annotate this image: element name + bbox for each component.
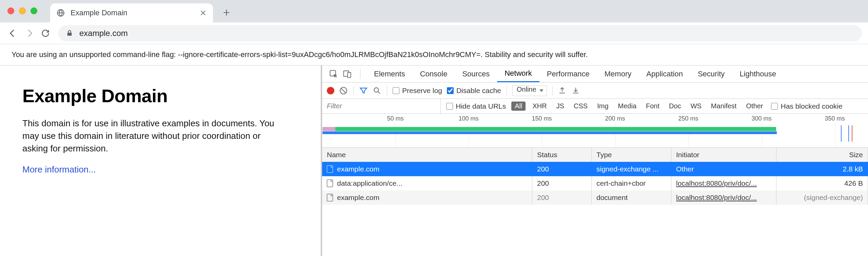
request-initiator: Other [671, 162, 776, 176]
request-status: 200 [532, 176, 592, 190]
request-initiator[interactable]: localhost:8080/priv/doc/... [671, 190, 776, 205]
reload-button[interactable] [39, 26, 52, 40]
filter-type-doc[interactable]: Doc [666, 102, 684, 111]
col-status[interactable]: Status [532, 148, 592, 162]
devtools-tab-elements[interactable]: Elements [367, 66, 413, 82]
network-row[interactable]: example.com200signed-exchange ...Other2.… [322, 162, 868, 176]
address-url: example.com [79, 29, 128, 38]
file-icon [327, 180, 333, 187]
timeline-tick: 50 ms [387, 115, 403, 122]
network-filterbar: Hide data URLs AllXHRJSCSSImgMediaFontDo… [322, 99, 868, 114]
col-initiator[interactable]: Initiator [671, 148, 776, 162]
devtools-tab-performance[interactable]: Performance [539, 66, 597, 82]
window-close[interactable] [7, 7, 14, 14]
timeline-tick: 150 ms [532, 115, 552, 122]
devtools-tabbar: ElementsConsoleSourcesNetworkPerformance… [322, 66, 868, 83]
close-icon[interactable] [199, 9, 207, 17]
file-icon [327, 194, 333, 201]
request-status: 200 [532, 162, 592, 176]
throttle-select[interactable]: Online [512, 85, 547, 96]
request-type: cert-chain+cbor [592, 176, 671, 190]
browser-tab[interactable]: Example Domain [50, 3, 213, 22]
tab-title: Example Domain [71, 8, 199, 17]
inspect-icon[interactable] [329, 69, 338, 79]
request-size: 2.8 kB [776, 162, 868, 176]
page-paragraph: This domain is for use in illustrative e… [22, 117, 280, 155]
filter-type-js[interactable]: JS [554, 102, 567, 111]
devtools-panel: ElementsConsoleSourcesNetworkPerformance… [322, 66, 868, 256]
window-minimize[interactable] [19, 7, 26, 14]
record-button[interactable] [327, 87, 334, 94]
page-heading: Example Domain [22, 85, 298, 106]
filter-type-img[interactable]: Img [594, 102, 611, 111]
device-toggle-icon[interactable] [342, 69, 352, 79]
upload-har-icon[interactable] [558, 86, 567, 95]
clear-button[interactable] [339, 86, 348, 95]
timeline-tick: 300 ms [751, 115, 771, 122]
devtools-tab-sources[interactable]: Sources [455, 66, 497, 82]
address-bar[interactable]: example.com [58, 25, 862, 41]
search-icon[interactable] [373, 86, 381, 95]
lock-icon [66, 30, 73, 37]
col-name[interactable]: Name [322, 148, 532, 162]
request-initiator[interactable]: localhost:8080/priv/doc/... [671, 176, 776, 190]
file-icon [327, 165, 333, 173]
svg-point-6 [374, 88, 378, 92]
network-row[interactable]: example.com200documentlocalhost:8080/pri… [322, 190, 868, 205]
disable-cache-checkbox[interactable]: Disable cache [447, 87, 501, 95]
filter-type-xhr[interactable]: XHR [530, 102, 549, 111]
timeline-tick: 350 ms [825, 115, 845, 122]
has-blocked-cookies-checkbox[interactable]: Has blocked cookie [771, 102, 842, 110]
devtools-tab-lighthouse[interactable]: Lighthouse [732, 66, 784, 82]
request-name: data:application/ce... [337, 179, 402, 187]
page-content: Example Domain This domain is for use in… [0, 66, 322, 256]
devtools-tab-security[interactable]: Security [690, 66, 732, 82]
window-zoom[interactable] [31, 7, 37, 14]
hide-data-urls-checkbox[interactable]: Hide data URLs [446, 102, 506, 110]
filter-type-font[interactable]: Font [643, 102, 662, 111]
request-type: signed-exchange ... [592, 162, 671, 176]
devtools-tab-application[interactable]: Application [639, 66, 690, 82]
request-name: example.com [337, 194, 379, 202]
filter-type-ws[interactable]: WS [688, 102, 704, 111]
preserve-log-checkbox[interactable]: Preserve log [393, 87, 442, 95]
page-link[interactable]: More information... [22, 164, 96, 175]
devtools-tab-network[interactable]: Network [497, 66, 539, 82]
new-tab-button[interactable] [218, 4, 235, 21]
filter-type-manifest[interactable]: Manifest [708, 102, 739, 111]
timeline-tick: 250 ms [678, 115, 698, 122]
request-size: 426 B [776, 176, 868, 190]
svg-rect-1 [67, 33, 72, 36]
filter-icon[interactable] [359, 86, 368, 95]
filter-type-media[interactable]: Media [615, 102, 639, 111]
network-row[interactable]: data:application/ce...200cert-chain+cbor… [322, 176, 868, 190]
window-controls [7, 7, 37, 14]
network-table: Name Status Type Initiator Size example.… [322, 148, 868, 256]
col-size[interactable]: Size [776, 148, 868, 162]
request-size: (signed-exchange) [776, 190, 868, 205]
globe-icon [56, 8, 65, 17]
request-type: document [592, 190, 671, 205]
download-har-icon[interactable] [572, 86, 580, 95]
infobar-warning: You are using an unsupported command-lin… [0, 44, 868, 66]
browser-tabstrip: Example Domain [0, 0, 868, 22]
timeline-tick: 100 ms [458, 115, 478, 122]
network-toolbar: Preserve log Disable cache Online [322, 83, 868, 99]
network-timeline[interactable]: 50 ms100 ms150 ms200 ms250 ms300 ms350 m… [322, 114, 868, 148]
svg-rect-4 [348, 72, 351, 77]
request-name: example.com [337, 165, 379, 173]
filter-type-other[interactable]: Other [743, 102, 766, 111]
request-status: 200 [532, 190, 592, 205]
timeline-tick: 200 ms [605, 115, 625, 122]
filter-input[interactable] [322, 99, 441, 113]
browser-toolbar: example.com [0, 22, 868, 44]
devtools-tab-console[interactable]: Console [413, 66, 455, 82]
forward-button[interactable] [22, 26, 36, 40]
back-button[interactable] [6, 26, 20, 40]
filter-type-css[interactable]: CSS [571, 102, 590, 111]
devtools-tab-memory[interactable]: Memory [597, 66, 639, 82]
col-type[interactable]: Type [592, 148, 671, 162]
filter-type-all[interactable]: All [511, 102, 526, 111]
